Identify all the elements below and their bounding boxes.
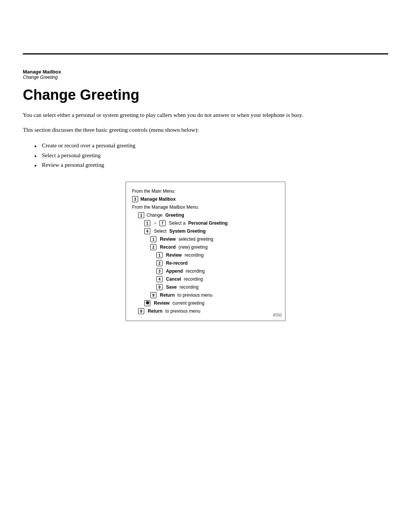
keystar-review-text: current greeting [172, 299, 204, 307]
menu-box: From the Main Menu: 3 Manage Mailbox Fro… [126, 182, 285, 321]
key2-record-text: (new) greeting [178, 243, 208, 251]
key2-record-icon: 2 [150, 244, 156, 250]
key17-personal-bold: Personal Greeting [188, 219, 228, 227]
key9-return-bold: Return [147, 307, 164, 315]
menu-key4-cancel-line: 4 Cancel recording [132, 275, 277, 283]
menu-keystar-review-line: ❋ Review current greeting [132, 299, 277, 307]
menu-key2-record-line: 2 Record (new) greeting [132, 243, 277, 251]
key3-manage-mailbox: Manage Mailbox [140, 195, 176, 203]
from-manage-label: From the Manage Mailbox Menu: [132, 203, 199, 211]
key9-return-text: to previous menu [165, 307, 200, 315]
bullet-item-2: Select a personal greeting [34, 151, 388, 161]
intro-para2: This section discusses the three basic g… [23, 126, 388, 134]
key9-return-icon: 9 [138, 308, 144, 314]
key1-review2-bold: Review [165, 251, 183, 259]
key1-17-icon: 1 [144, 220, 150, 226]
key3-append-bold: Append [165, 267, 184, 275]
figure-number: 4550 [273, 312, 282, 319]
from-main-label: From the Main Menu: [132, 187, 175, 195]
key1-review-icon: 1 [150, 236, 156, 242]
key4-system-bold: System Greeting [169, 227, 206, 235]
header-section: Manage Mailbox Change Greeting [0, 62, 411, 80]
menu-key9-return2-line: 9 Return to previous menu [132, 291, 277, 299]
top-border [23, 53, 388, 54]
key17-tilde: ~ [153, 219, 158, 227]
key9-save-text: recording [180, 283, 199, 291]
menu-key1-change: 1 Change Greeting [132, 211, 277, 219]
menu-key9-save-line: 9 Save recording [132, 283, 277, 291]
key7-icon: 7 [159, 220, 166, 226]
key3-icon: 3 [132, 196, 138, 202]
key4-icon: 4 [144, 228, 150, 234]
content-section: You can select either a personal or syst… [0, 111, 411, 321]
key3-append-text: recording [186, 267, 205, 275]
key9-return2-text: to previous menu [177, 291, 212, 299]
key4-cancel-icon: 4 [156, 276, 162, 282]
intro-para1: You can select either a personal or syst… [23, 111, 335, 120]
page-title: Change Greeting [23, 87, 388, 103]
key17-text: Select a [168, 219, 187, 227]
key1-change-text: Change [147, 211, 164, 219]
keystar-icon: ❋ [144, 300, 150, 306]
key2-rerecord-icon: 2 [156, 260, 162, 266]
menu-key1-review-line: 1 Review selected greeting [132, 235, 277, 243]
key1-review-bold: Review [159, 235, 177, 243]
key1-greeting-bold: Greeting [165, 211, 184, 219]
menu-key17-line: 1 ~ 7 Select a Personal Greeting [132, 219, 277, 227]
key1-review2-icon: 1 [156, 252, 162, 258]
key9-save-bold: Save [165, 283, 178, 291]
bullet-item-3: Review a personal greeting [34, 160, 388, 170]
page-wrapper: Manage Mailbox Change Greeting Change Gr… [0, 53, 411, 532]
menu-from-manage: From the Manage Mailbox Menu: [132, 203, 277, 211]
key4-cancel-text: recording [184, 275, 203, 283]
breadcrumb-bold: Manage Mailbox [23, 69, 388, 75]
menu-key2-rerecord-line: 2 Re-record [132, 259, 277, 267]
menu-box-wrapper: From the Main Menu: 3 Manage Mailbox Fro… [23, 182, 388, 321]
menu-key9-return-line: 9 Return to previous menu [132, 307, 277, 315]
key1-review2-text: recording [185, 251, 204, 259]
keystar-review-bold: Review [153, 299, 171, 307]
key9-return2-icon: 9 [150, 292, 156, 298]
key4-cancel-bold: Cancel [165, 275, 182, 283]
key2-rerecord-bold: Re-record [165, 259, 188, 267]
key4-select-text: Select [153, 227, 168, 235]
breadcrumb-italic: Change Greeting [23, 75, 388, 80]
key1-icon: 1 [138, 212, 144, 218]
menu-key4-line: 4 Select System Greeting [132, 227, 277, 235]
key1-review-text: selected greeting [178, 235, 213, 243]
menu-key3-line: 3 Manage Mailbox [132, 195, 277, 203]
menu-key1-review2-line: 1 Review recording [132, 251, 277, 259]
bullet-list: Create or record over a personal greetin… [34, 141, 388, 170]
key9-return2-bold: Return [159, 291, 176, 299]
key2-record-bold: Record [159, 243, 177, 251]
menu-key3-append-line: 3 Append recording [132, 267, 277, 275]
bullet-item-1: Create or record over a personal greetin… [34, 141, 388, 151]
key9-save-icon: 9 [156, 284, 162, 290]
menu-from-main: From the Main Menu: [132, 187, 277, 195]
key3-append-icon: 3 [156, 268, 162, 274]
